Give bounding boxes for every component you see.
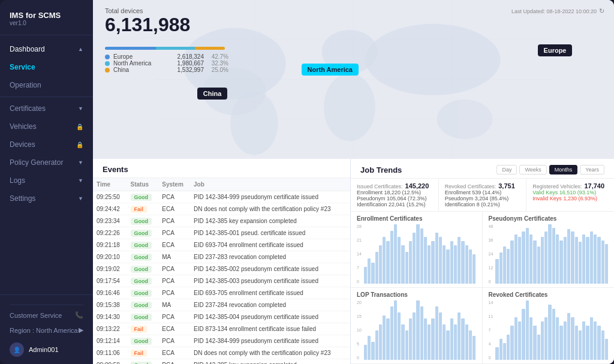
bar[interactable] bbox=[575, 326, 578, 360]
bar[interactable] bbox=[495, 259, 498, 284]
bar[interactable] bbox=[424, 237, 427, 284]
filter-months[interactable]: Months bbox=[549, 165, 578, 175]
bar[interactable] bbox=[364, 267, 367, 284]
bar[interactable] bbox=[458, 237, 460, 284]
bar[interactable] bbox=[564, 237, 567, 284]
bar[interactable] bbox=[469, 330, 472, 360]
bar[interactable] bbox=[514, 317, 517, 360]
bar[interactable] bbox=[420, 228, 423, 284]
bar[interactable] bbox=[446, 249, 449, 284]
bar[interactable] bbox=[383, 315, 386, 360]
bar[interactable] bbox=[390, 306, 393, 360]
bar[interactable] bbox=[582, 321, 585, 360]
sidebar-item-operation[interactable]: Operation bbox=[0, 76, 93, 94]
filter-years[interactable]: Years bbox=[580, 165, 604, 175]
bar[interactable] bbox=[564, 321, 567, 360]
bar[interactable] bbox=[552, 309, 555, 360]
bar[interactable] bbox=[571, 231, 574, 284]
bar[interactable] bbox=[454, 245, 457, 284]
bar[interactable] bbox=[541, 321, 544, 360]
bar[interactable] bbox=[567, 313, 570, 360]
bar[interactable] bbox=[398, 237, 401, 284]
bar[interactable] bbox=[533, 326, 536, 360]
bar[interactable] bbox=[443, 245, 446, 284]
bar[interactable] bbox=[548, 224, 551, 284]
bar[interactable] bbox=[559, 240, 562, 284]
bar[interactable] bbox=[526, 300, 529, 360]
bar[interactable] bbox=[364, 345, 367, 360]
filter-weeks[interactable]: Weeks bbox=[519, 165, 546, 175]
bar[interactable] bbox=[507, 249, 510, 284]
bar[interactable] bbox=[556, 234, 559, 284]
bar[interactable] bbox=[605, 339, 608, 360]
bar[interactable] bbox=[368, 258, 371, 284]
sidebar-item-vehicles[interactable]: Vehicles 🔒 bbox=[0, 118, 93, 136]
bar[interactable] bbox=[590, 317, 593, 360]
bar[interactable] bbox=[605, 244, 608, 284]
china-region-label[interactable]: China bbox=[197, 88, 228, 100]
bar[interactable] bbox=[529, 317, 532, 360]
bar[interactable] bbox=[394, 300, 397, 360]
bar[interactable] bbox=[579, 330, 582, 360]
bar[interactable] bbox=[507, 335, 510, 360]
bar[interactable] bbox=[503, 246, 506, 284]
bar[interactable] bbox=[401, 245, 404, 284]
sidebar-region[interactable]: Region : North America ▶ bbox=[10, 323, 83, 338]
events-table[interactable]: Time Status System Job 09:25:50 Good PCA… bbox=[93, 178, 350, 364]
bar[interactable] bbox=[586, 326, 589, 360]
bar[interactable] bbox=[398, 312, 401, 360]
bar[interactable] bbox=[601, 330, 604, 360]
bar[interactable] bbox=[544, 231, 547, 284]
bar[interactable] bbox=[465, 245, 468, 284]
bar[interactable] bbox=[541, 237, 544, 284]
bar[interactable] bbox=[510, 326, 513, 360]
bar[interactable] bbox=[394, 224, 397, 284]
bar[interactable] bbox=[503, 343, 506, 360]
sidebar-item-dashboard[interactable]: Dashboard ▲ bbox=[0, 40, 93, 58]
bar[interactable] bbox=[522, 231, 525, 284]
bar[interactable] bbox=[590, 231, 593, 284]
bar[interactable] bbox=[510, 240, 513, 284]
bar[interactable] bbox=[371, 263, 374, 284]
bar[interactable] bbox=[454, 324, 457, 360]
bar[interactable] bbox=[379, 324, 382, 360]
bar[interactable] bbox=[424, 318, 427, 360]
sidebar-user[interactable]: 👤 Admin001 bbox=[10, 338, 83, 357]
bar[interactable] bbox=[582, 234, 585, 284]
bar[interactable] bbox=[390, 231, 393, 284]
bar[interactable] bbox=[409, 241, 412, 284]
bar[interactable] bbox=[537, 246, 540, 284]
bar[interactable] bbox=[439, 312, 442, 360]
bar[interactable] bbox=[416, 224, 419, 284]
bar[interactable] bbox=[552, 228, 555, 284]
bar[interactable] bbox=[405, 252, 408, 284]
sidebar-item-settings[interactable]: Settings ▼ bbox=[0, 189, 93, 207]
bar[interactable] bbox=[472, 254, 475, 284]
bar[interactable] bbox=[409, 318, 412, 360]
bar[interactable] bbox=[465, 324, 468, 360]
bar[interactable] bbox=[559, 326, 562, 360]
bar[interactable] bbox=[469, 249, 472, 284]
bar[interactable] bbox=[556, 317, 559, 360]
sidebar-item-devices[interactable]: Devices 🔒 bbox=[0, 136, 93, 154]
bar[interactable] bbox=[586, 237, 589, 284]
bar[interactable] bbox=[386, 318, 389, 360]
bar[interactable] bbox=[435, 233, 438, 284]
bar[interactable] bbox=[413, 233, 416, 284]
bar[interactable] bbox=[413, 312, 416, 360]
bar[interactable] bbox=[499, 252, 502, 284]
filter-day[interactable]: Day bbox=[496, 165, 517, 175]
bar[interactable] bbox=[420, 306, 423, 360]
europe-region-label[interactable]: Europe bbox=[538, 44, 573, 56]
sidebar-item-service[interactable]: Service bbox=[0, 58, 93, 76]
bar[interactable] bbox=[529, 234, 532, 284]
bar[interactable] bbox=[518, 237, 521, 284]
bar[interactable] bbox=[461, 318, 464, 360]
bar[interactable] bbox=[461, 241, 464, 284]
bar[interactable] bbox=[450, 318, 453, 360]
bar[interactable] bbox=[579, 242, 582, 284]
bar[interactable] bbox=[514, 234, 517, 284]
bar[interactable] bbox=[522, 309, 525, 360]
bar[interactable] bbox=[446, 330, 449, 360]
refresh-icon[interactable]: ↻ bbox=[599, 7, 604, 15]
